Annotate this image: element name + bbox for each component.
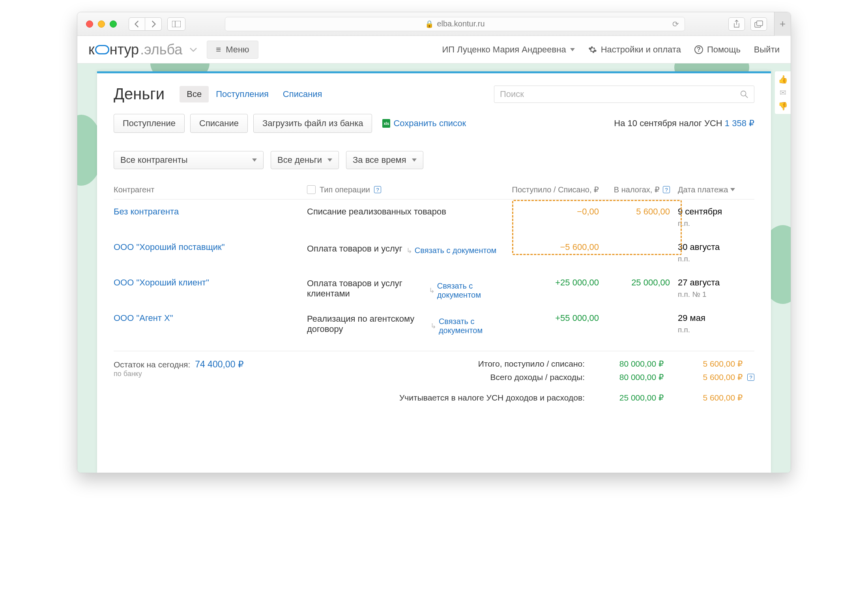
close-window-icon[interactable] <box>86 20 93 28</box>
svg-line-9 <box>745 95 748 97</box>
caret-down-icon <box>252 158 257 162</box>
table-row[interactable]: ООО "Хороший клиент" Оплата товаров и ус… <box>114 270 754 306</box>
operation-text: Реализация по агентскому договору <box>307 314 427 334</box>
link-arrow-icon: ↳ <box>430 322 436 330</box>
filter-period[interactable]: За все время <box>346 151 423 169</box>
filter-money[interactable]: Все деньги <box>271 151 339 169</box>
new-tab-button[interactable]: + <box>774 12 791 36</box>
minimize-window-icon[interactable] <box>98 20 105 28</box>
col-operation: Тип операции ? <box>307 185 504 194</box>
thumbs-up-icon[interactable]: 👍 <box>778 75 788 84</box>
save-list-link[interactable]: xls Сохранить список <box>382 118 466 129</box>
back-button[interactable] <box>129 17 145 31</box>
tax-value: 5 600,00 <box>607 207 678 217</box>
operation-text: Оплата товаров и услуг <box>307 244 402 254</box>
caret-down-icon <box>327 158 332 162</box>
amount-value: −5 600,00 <box>504 242 607 252</box>
summary-row: Всего доходы / расходы: 80 000,00 ₽ 5 60… <box>399 373 754 382</box>
summary-label: Итого, поступило / списано: <box>478 359 585 369</box>
cloud-icon <box>95 45 109 54</box>
reload-icon[interactable]: ⟳ <box>672 19 679 29</box>
upload-button[interactable]: Загрузить файл из банка <box>253 114 372 133</box>
url-text: elba.kontur.ru <box>437 19 485 28</box>
help-icon[interactable]: ? <box>747 374 754 381</box>
table-header: Контрагент Тип операции ? Поступило / Сп… <box>114 180 754 199</box>
link-arrow-icon: ↳ <box>406 246 412 255</box>
page-title: Деньги <box>114 85 165 103</box>
filter-counterparty[interactable]: Все контрагенты <box>114 151 264 169</box>
transactions-table: Контрагент Тип операции ? Поступило / Сп… <box>114 180 754 341</box>
actions-row: Поступление Списание Загрузить файл из б… <box>114 114 754 133</box>
balance-block: Остаток на сегодня: 74 400,00 ₽ по банку <box>114 359 244 406</box>
window-controls <box>86 20 117 28</box>
forward-button[interactable] <box>145 17 162 31</box>
link-document[interactable]: ↳Связать с документом <box>406 246 497 255</box>
menu-button[interactable]: ≡ Меню <box>207 41 258 59</box>
svg-point-8 <box>741 91 746 96</box>
search-input[interactable] <box>500 89 740 99</box>
tab-all[interactable]: Все <box>180 86 209 102</box>
product-switcher[interactable] <box>185 47 202 52</box>
view-tabs: Все Поступления Списания <box>180 86 329 102</box>
counterparty-link[interactable]: ООО "Хороший поставщик" <box>114 242 224 252</box>
lock-icon: 🔒 <box>425 20 434 28</box>
summary-section: Остаток на сегодня: 74 400,00 ₽ по банку… <box>114 359 754 406</box>
select-all-checkbox[interactable] <box>307 185 316 194</box>
tab-income[interactable]: Поступления <box>209 86 276 102</box>
gear-icon <box>588 45 597 54</box>
link-document[interactable]: ↳Связать с документом <box>430 317 504 335</box>
balance-amount[interactable]: 74 400,00 ₽ <box>195 359 244 369</box>
thumbs-down-icon[interactable]: 👎 <box>778 101 788 111</box>
amount-value: +25 000,00 <box>504 278 607 288</box>
amount-value: −0,00 <box>504 207 607 217</box>
counterparty-link[interactable]: Без контрагента <box>114 207 179 216</box>
summary-expense: 5 600,00 ₽ <box>664 359 743 369</box>
maximize-window-icon[interactable] <box>110 20 117 28</box>
date-value: 9 сентября <box>678 207 753 217</box>
col-agent[interactable]: Контрагент <box>114 185 307 194</box>
table-row[interactable]: ООО "Хороший поставщик" Оплата товаров и… <box>114 235 754 270</box>
help-icon: ? <box>694 45 703 54</box>
user-switcher[interactable]: ИП Луценко Мария Андреевна <box>442 45 574 55</box>
summary-income: 80 000,00 ₽ <box>585 359 664 369</box>
mail-icon[interactable]: ✉ <box>780 88 786 97</box>
amount-value: +55 000,00 <box>504 313 607 323</box>
income-button[interactable]: Поступление <box>114 114 185 133</box>
caret-down-icon <box>730 188 735 191</box>
date-sub: п.п. № 1 <box>678 290 753 299</box>
xls-icon: xls <box>382 119 390 128</box>
tax-amount-link[interactable]: 1 358 ₽ <box>725 118 754 128</box>
summary-label: Учитывается в налоге УСН доходов и расхо… <box>399 393 585 402</box>
link-document[interactable]: ↳Связать с документом <box>429 281 504 300</box>
share-button[interactable] <box>728 17 745 31</box>
svg-rect-0 <box>172 21 181 27</box>
logo[interactable]: к нтур .эльба <box>88 41 182 58</box>
date-value: 29 мая <box>678 313 753 323</box>
browser-chrome: 🔒 elba.kontur.ru ⟳ + <box>77 12 791 36</box>
svg-rect-3 <box>757 21 763 26</box>
tabs-button[interactable] <box>750 17 767 31</box>
date-sub: п.п. <box>678 326 753 334</box>
logout-link[interactable]: Выйти <box>754 45 780 55</box>
col-amount[interactable]: Поступило / Списано, ₽ <box>504 185 607 194</box>
col-date[interactable]: Дата платежа <box>678 185 753 194</box>
settings-link[interactable]: Настройки и оплата <box>588 45 681 55</box>
expense-button[interactable]: Списание <box>190 114 248 133</box>
sidebar-toggle[interactable] <box>167 17 185 31</box>
counterparty-link[interactable]: ООО "Агент Х" <box>114 313 173 323</box>
counterparty-link[interactable]: ООО "Хороший клиент" <box>114 278 209 287</box>
help-icon[interactable]: ? <box>374 186 381 193</box>
help-icon[interactable]: ? <box>663 186 670 193</box>
operation-text: Оплата товаров и услуг клиентами <box>307 278 425 299</box>
search-box[interactable] <box>494 86 754 103</box>
tax-note: На 10 сентября налог УСН 1 358 ₽ <box>614 118 754 129</box>
date-value: 30 августа <box>678 242 753 252</box>
summary-expense: 5 600,00 ₽ <box>664 373 743 382</box>
topnav-right: ИП Луценко Мария Андреевна Настройки и о… <box>442 45 780 55</box>
tab-expense[interactable]: Списания <box>276 86 329 102</box>
help-link[interactable]: ? Помощь <box>694 45 741 55</box>
address-bar[interactable]: 🔒 elba.kontur.ru ⟳ <box>225 17 685 31</box>
table-row[interactable]: ООО "Агент Х" Реализация по агентскому д… <box>114 306 754 341</box>
table-row[interactable]: Без контрагента Списание реализованных т… <box>114 199 754 235</box>
summary-income: 80 000,00 ₽ <box>585 373 664 382</box>
